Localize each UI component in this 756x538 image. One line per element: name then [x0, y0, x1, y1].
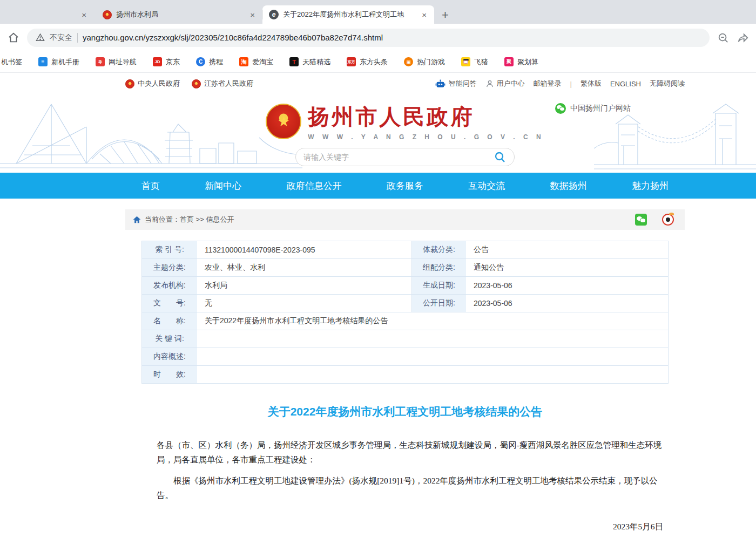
meta-label: 组配分类: [412, 259, 466, 276]
share-icon[interactable] [737, 32, 748, 44]
zoom-out-icon[interactable] [717, 32, 729, 44]
close-icon[interactable]: × [420, 10, 429, 19]
tab-shuiliju[interactable]: ★ 扬州市水利局 × [96, 5, 262, 24]
bookmark-dongfangtoutiao[interactable]: 东方东方头条 [347, 57, 388, 67]
meta-value: 11321000014407098E-2023-095 [197, 241, 412, 258]
table-row: 名 称: 关于2022年度扬州市水利工程文明工地考核结果的公告 [142, 312, 668, 330]
tab-title: 关于2022年度扬州市水利工程文明工地 [283, 10, 415, 19]
nav-news[interactable]: 新闻中心 [205, 180, 241, 192]
table-row: 时 效: [142, 366, 668, 384]
fliggy-icon [461, 57, 470, 66]
browser-tab-strip: × ★ 扬州市水利局 × e 关于2022年度扬州市水利工程文明工地 × + [0, 0, 756, 24]
juhuasuan-icon: 聚 [504, 57, 514, 66]
close-icon[interactable]: × [79, 10, 89, 19]
bookmark-aitaobao[interactable]: 淘爱淘宝 [239, 57, 273, 67]
bookmark-jd[interactable]: JD京东 [153, 57, 180, 67]
portal-link[interactable]: 中国扬州门户网站 [555, 103, 631, 114]
bookmark-wangzhidaohang[interactable]: 导网址导航 [96, 57, 137, 67]
meta-label: 主题分类: [142, 259, 197, 276]
close-icon[interactable]: × [248, 10, 257, 19]
table-row: 内容概述: [142, 348, 668, 366]
smart-qa-link[interactable]: 智能问答 [435, 79, 477, 88]
link-jiangsu-gov[interactable]: ★ 江苏省人民政府 [192, 79, 253, 88]
tab-partial[interactable]: × [0, 5, 96, 24]
wechat-icon [555, 103, 566, 114]
english-link[interactable]: ENGLISH [610, 80, 641, 88]
site-banner: ★ 扬州市人民政府 W W W . Y A N G Z H O U . G O … [0, 94, 756, 173]
bookmark-ctrip[interactable]: C携程 [196, 57, 223, 67]
wechat-share-icon[interactable] [635, 214, 647, 226]
site-search [295, 148, 515, 166]
article: 关于2022年度扬州市水利工程文明工地考核结果的公告 各县（市、区）水利（务）局… [125, 404, 685, 538]
home-icon[interactable] [8, 32, 19, 44]
meta-value: 无 [197, 295, 412, 312]
tab-announcement-active[interactable]: e 关于2022年度扬州市水利工程文明工地 × [262, 5, 434, 24]
ctrip-icon: C [196, 57, 205, 66]
taobao-icon: 淘 [239, 57, 248, 66]
meta-label: 内容概述: [142, 348, 197, 365]
meta-value: 公告 [466, 241, 668, 258]
accessibility-link[interactable]: 无障碍阅读 [650, 79, 685, 88]
bookmark-partial[interactable]: 机书签 [1, 57, 22, 67]
bookmarks-bar: 机书签 ≡新机手册 导网址导航 JD京东 C携程 淘爱淘宝 T天猫精选 东方东方… [0, 51, 756, 73]
bookmark-xinjishouce[interactable]: ≡新机手册 [38, 57, 79, 67]
meta-label: 文 号: [142, 295, 197, 312]
meta-value: 关于2022年度扬州市水利工程文明工地考核结果的公告 [197, 312, 668, 330]
address-bar[interactable]: 不安全 yangzhou.gov.cn/yzszxxgk/slj/202305/… [27, 29, 710, 47]
meta-label: 名 称: [142, 312, 197, 330]
bookmark-fliggy[interactable]: 飞猪 [461, 57, 488, 67]
weibo-share-icon[interactable] [662, 214, 674, 226]
user-icon [485, 79, 494, 88]
table-row: 主题分类: 农业、林业、水利 组配分类: 通知公告 [142, 259, 668, 277]
meta-label: 时 效: [142, 366, 197, 383]
article-paragraph: 根据《扬州市水利工程文明工地建设管理办法》(扬水规[2019]1号)，2022年… [157, 473, 663, 502]
manual-icon: ≡ [38, 57, 48, 66]
national-emblem-icon: ★ [266, 104, 301, 139]
site-url-caption: W W W . Y A N G Z H O U . G O V . C N [308, 133, 544, 141]
warning-icon [36, 33, 45, 42]
nav-services[interactable]: 政务服务 [387, 180, 423, 192]
meta-label: 公开日期: [412, 295, 466, 312]
meta-label: 生成日期: [412, 277, 466, 294]
user-center-link[interactable]: 用户中心 [485, 79, 525, 88]
meta-value [197, 348, 668, 365]
nav-info-disclosure[interactable]: 政府信息公开 [287, 180, 342, 192]
nav-data[interactable]: 数据扬州 [550, 180, 587, 192]
meta-value: 2023-05-06 [466, 295, 668, 312]
breadcrumb-text[interactable]: 当前位置：首页 >> 信息公开 [145, 215, 234, 224]
meta-value: 通知公告 [466, 259, 668, 276]
site-favicon-icon: e [269, 10, 279, 19]
utility-bar: ★ 中央人民政府 ★ 江苏省人民政府 智能问答 用户中心 邮箱登录 | 繁体版 … [0, 73, 756, 94]
divider [77, 33, 78, 43]
table-row: 索 引 号: 11321000014407098E-2023-095 体裁分类:… [142, 241, 668, 259]
games-icon: ▣ [404, 57, 413, 66]
dongfang-icon: 东方 [347, 57, 356, 66]
site-title: 扬州市人民政府 [308, 102, 544, 132]
new-tab-button[interactable]: + [442, 10, 449, 21]
bookmark-juhuasuan[interactable]: 聚聚划算 [504, 57, 538, 67]
article-title: 关于2022年度扬州市水利工程文明工地考核结果的公告 [125, 404, 685, 419]
breadcrumb: 当前位置：首页 >> 信息公开 [125, 209, 685, 230]
table-row: 关 键 词: [142, 330, 668, 348]
meta-label: 索 引 号: [142, 241, 197, 258]
link-central-gov[interactable]: ★ 中央人民政府 [125, 79, 180, 88]
browser-toolbar: 不安全 yangzhou.gov.cn/yzszxxgk/slj/202305/… [0, 24, 756, 51]
url-text[interactable]: yangzhou.gov.cn/yzszxxgk/slj/202305/210c… [83, 33, 383, 42]
meta-value [197, 366, 668, 383]
table-row: 发布机构: 水利局 生成日期: 2023-05-06 [142, 277, 668, 295]
home-icon[interactable] [133, 216, 141, 223]
search-icon[interactable] [494, 151, 507, 164]
traditional-link[interactable]: 繁体版 [580, 79, 602, 88]
bookmark-tmall[interactable]: T天猫精选 [289, 57, 330, 67]
nav-home[interactable]: 首页 [141, 180, 160, 192]
jd-icon: JD [153, 57, 162, 66]
tmall-icon: T [289, 57, 299, 66]
nav-interaction[interactable]: 互动交流 [468, 180, 505, 192]
search-input[interactable] [303, 153, 494, 161]
meta-label: 体裁分类: [412, 241, 466, 258]
article-paragraph: 各县（市、区）水利（务）局，扬州经济开发区城乡事务管理局，生态科技新城规划建设局… [157, 438, 663, 467]
bookmark-games[interactable]: ▣热门游戏 [404, 57, 445, 67]
mail-login-link[interactable]: 邮箱登录 [534, 79, 562, 88]
nav-charm[interactable]: 魅力扬州 [632, 180, 669, 192]
content-area: 当前位置：首页 >> 信息公开 索 引 号: 11321000014407098… [125, 209, 685, 538]
